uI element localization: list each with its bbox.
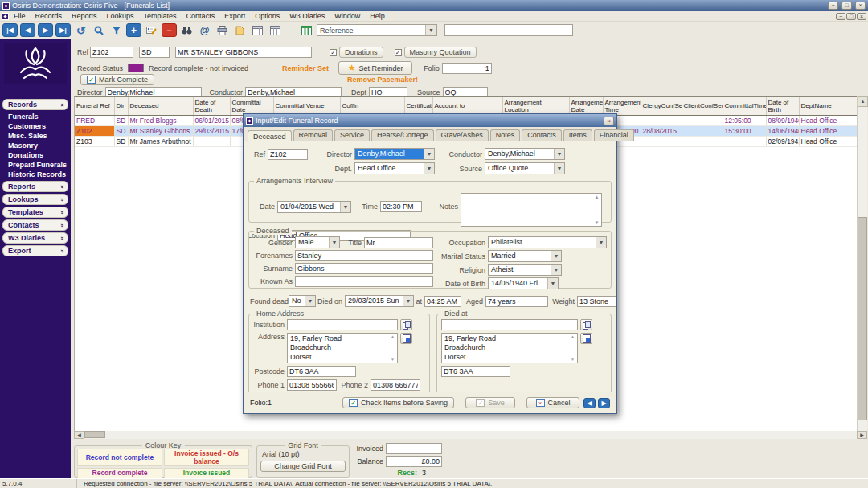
arr-date-combo[interactable]: 01/04/2015 Wed▼	[277, 201, 351, 213]
cell[interactable]: 02/09/1941	[766, 136, 799, 146]
cell[interactable]	[193, 136, 230, 146]
cell[interactable]	[682, 125, 723, 136]
cell[interactable]: 12:05:00	[723, 115, 766, 125]
search-field-selector[interactable]: Reference ▼	[317, 24, 437, 36]
chevron-down-icon[interactable]: ▼	[551, 265, 561, 275]
cell[interactable]	[682, 115, 723, 125]
cell[interactable]: 14/06/1940	[766, 125, 799, 136]
died-at-postcode-input[interactable]	[441, 366, 510, 377]
menu-templates[interactable]: Templates	[139, 12, 182, 20]
chevron-down-icon[interactable]: ▼	[551, 251, 561, 261]
died-at-institution-input[interactable]	[441, 319, 578, 330]
menu-window[interactable]: Window	[330, 12, 365, 20]
masonry-quotation-checkbox[interactable]: ✓	[395, 49, 402, 56]
invoiced-input[interactable]	[386, 443, 442, 454]
grid-vertical-scrollbar[interactable]: ▲	[857, 96, 867, 431]
sidebar-section-lookups[interactable]: Lookups»	[2, 194, 68, 205]
sidebar-section-templates[interactable]: Templates»	[2, 207, 68, 218]
check-items-button[interactable]: ✓Check Items before Saving	[342, 397, 454, 408]
last-record-icon[interactable]: ▶|	[55, 23, 71, 37]
refresh-icon[interactable]: ↺	[73, 23, 88, 37]
cell[interactable]	[641, 136, 682, 146]
dlg-conductor-combo[interactable]: Denby,Michael▼	[485, 148, 565, 160]
save-button[interactable]: ✓Save	[465, 397, 515, 408]
sidebar-item-donations[interactable]: Donations	[0, 150, 71, 160]
balance-input[interactable]	[386, 456, 442, 467]
donations-checkbox[interactable]: ✓	[330, 49, 337, 56]
delete-record-icon[interactable]: −	[162, 23, 177, 37]
grid-view-2-icon[interactable]	[268, 23, 283, 37]
folio-input[interactable]	[442, 63, 492, 74]
sidebar-item-masonry[interactable]: Masonry	[0, 141, 71, 150]
phone2-input[interactable]	[371, 379, 420, 391]
grid-view-1-icon[interactable]	[250, 23, 265, 37]
previous-record-icon[interactable]: ◀	[583, 398, 596, 408]
sidebar-item-customers[interactable]: Customers	[0, 121, 71, 131]
column-header-certification[interactable]: Certification	[404, 97, 432, 115]
chevron-down-icon[interactable]: ▼	[425, 25, 436, 35]
column-header-clientconfsent[interactable]: ClientConfSent	[682, 97, 723, 115]
weight-input[interactable]	[577, 296, 616, 307]
cell[interactable]	[641, 115, 682, 125]
tab-items[interactable]: Items	[563, 129, 592, 141]
column-header-committaltime[interactable]: CommittalTime	[723, 97, 766, 115]
marital-status-combo[interactable]: Married▼	[488, 250, 562, 262]
scrollbar-thumb[interactable]	[858, 217, 867, 420]
sidebar-item-historic-records[interactable]: Historic Records	[0, 170, 71, 179]
deceased-name-input[interactable]	[175, 47, 312, 58]
postcode-input[interactable]	[287, 366, 356, 377]
cell[interactable]: Head Office	[799, 136, 857, 146]
cell[interactable]: 15:30:00	[723, 125, 766, 136]
copy-address-icon[interactable]	[580, 319, 592, 330]
chevron-down-icon[interactable]: ▼	[403, 296, 413, 306]
chevron-down-icon[interactable]: ▼	[554, 149, 564, 159]
column-header-deceased[interactable]: Deceased	[128, 97, 193, 115]
cell[interactable]: SD	[114, 125, 128, 136]
dir-input[interactable]	[139, 47, 170, 58]
aged-input[interactable]	[485, 296, 548, 307]
column-header-dir[interactable]: Dir	[114, 97, 128, 115]
menu-export[interactable]: Export	[219, 12, 250, 20]
died-on-combo[interactable]: 29/03/2015 Sun▼	[345, 295, 414, 307]
arr-time-input[interactable]	[380, 201, 422, 212]
cell[interactable]: SD	[114, 136, 128, 146]
column-header-clergyconfsent[interactable]: ClergyConfSent	[641, 97, 682, 115]
home-address-textarea[interactable]: 19, Farley Road Broadchurch Dorset ▲▼	[287, 333, 398, 363]
cancel-button[interactable]: ×Cancel	[526, 397, 579, 408]
column-header-arrangement-location[interactable]: Arrangement Location	[502, 97, 569, 115]
scroll-up-icon[interactable]: ▲	[858, 96, 868, 107]
ref-input[interactable]	[90, 47, 133, 58]
dlg-director-combo[interactable]: Denby,Michael▼	[354, 148, 435, 160]
menu-w3-diaries[interactable]: W3 Diaries	[285, 12, 330, 20]
tab-hearse-cortege[interactable]: Hearse/Cortege	[371, 129, 434, 141]
find-binoculars-icon[interactable]	[179, 23, 194, 37]
chevron-down-icon[interactable]: ▼	[305, 296, 315, 306]
filter-icon[interactable]	[108, 23, 124, 37]
mdi-close-button[interactable]: ×	[857, 13, 866, 20]
tab-financial[interactable]: Financial	[594, 129, 634, 141]
tab-grave-ashes[interactable]: Grave/Ashes	[436, 129, 489, 141]
next-record-icon[interactable]: ▶	[38, 23, 53, 37]
cell[interactable]: Z102	[75, 125, 114, 136]
chevron-down-icon[interactable]: ▼	[554, 163, 564, 174]
copy-address-icon[interactable]	[400, 319, 412, 330]
address-lookup-icon[interactable]	[580, 333, 592, 344]
column-header-date-of-birth[interactable]: Date of Birth	[766, 97, 799, 115]
column-header-coffin[interactable]: Coffin	[340, 97, 404, 115]
first-record-icon[interactable]: |◀	[2, 23, 18, 37]
scrollbar-thumb[interactable]	[84, 431, 105, 438]
email-icon[interactable]: @	[197, 23, 212, 37]
column-header-committal-venue[interactable]: Committal Venue	[273, 97, 340, 115]
chevron-down-icon[interactable]: ▼	[329, 237, 339, 248]
sidebar-item-prepaid-funerals[interactable]: Prepaid Funerals	[0, 160, 71, 170]
next-record-icon[interactable]: ▶	[598, 398, 610, 408]
religion-combo[interactable]: Atheist▼	[488, 264, 562, 276]
tab-deceased[interactable]: Deceased	[248, 130, 292, 141]
cell[interactable]: Z103	[75, 136, 114, 146]
chevron-down-icon[interactable]: ▼	[596, 237, 606, 248]
set-reminder-button[interactable]: ★Set Reminder	[338, 61, 412, 75]
phone1-input[interactable]	[287, 379, 337, 391]
sidebar-item-misc-sales[interactable]: Misc. Sales	[0, 131, 71, 141]
died-at-time-input[interactable]	[424, 296, 461, 307]
column-header-funeral-ref[interactable]: Funeral Ref	[75, 97, 114, 115]
